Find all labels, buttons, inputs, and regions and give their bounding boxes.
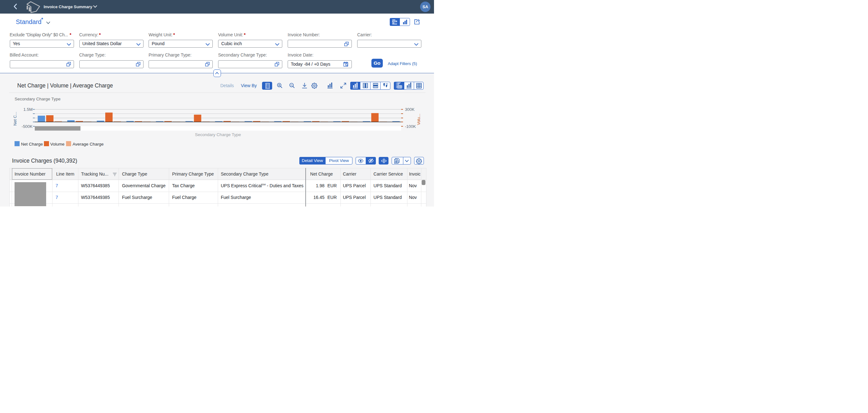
svg-text:1.5M: 1.5M [23, 107, 33, 112]
svg-text:Net C...: Net C... [13, 112, 18, 126]
svg-text:-500K: -500K [22, 124, 33, 129]
svg-text:300K: 300K [405, 107, 415, 112]
svg-text:Secondary Charge Type: Secondary Charge Type [195, 132, 241, 137]
svg-text:Volu...: Volu... [416, 114, 421, 125]
svg-text:-100K: -100K [405, 124, 416, 129]
